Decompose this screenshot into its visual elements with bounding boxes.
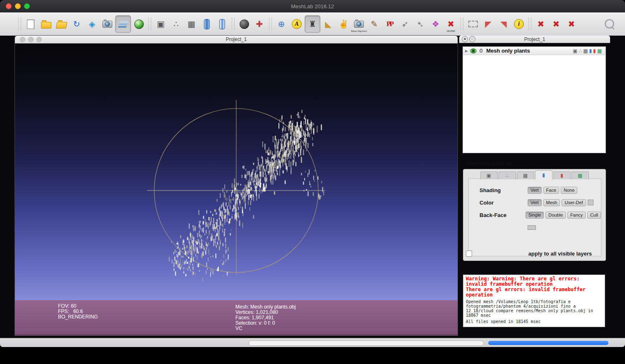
mesh-arrow-button-icon: ➴ bbox=[417, 20, 424, 28]
visibility-eye-icon[interactable] bbox=[470, 48, 477, 53]
backface-single-button[interactable]: Single bbox=[526, 212, 544, 219]
mesh-render-canvas[interactable] bbox=[15, 43, 458, 335]
layer-wire-icon[interactable]: ▦ bbox=[583, 48, 588, 53]
open-mesh-button[interactable] bbox=[54, 16, 69, 32]
render-params-panel: ▣∴▦▮▮▦ Shading VertFaceNone Color VertMe… bbox=[463, 169, 606, 261]
hand-pick-button-icon: ✌ bbox=[339, 20, 349, 28]
text-labels-button-icon: A bbox=[292, 19, 302, 29]
delete-raster-button[interactable]: ✖ bbox=[549, 16, 564, 32]
toolbar-separator bbox=[528, 18, 531, 30]
bbox-render-button[interactable]: ▣ bbox=[153, 16, 168, 32]
select-faces-button[interactable]: ◤ bbox=[481, 16, 496, 32]
open-project-button[interactable] bbox=[39, 16, 53, 32]
layer-smooth-icon[interactable]: ▮ bbox=[589, 48, 592, 53]
layer-points-icon[interactable]: ∴ bbox=[579, 48, 582, 53]
paint-tool-button[interactable]: ✎ bbox=[367, 16, 382, 32]
layers-dialog-button[interactable] bbox=[115, 15, 131, 33]
gl-viewport[interactable]: FOV: 60FPS: 60.6BO_RENDERING Mesh: Mesh … bbox=[15, 43, 458, 335]
backface-options: SingleDoubleFancyCull bbox=[526, 212, 601, 219]
align-spheres-button[interactable]: ❖ bbox=[428, 16, 443, 32]
mesh-arrow-button[interactable]: ➴ bbox=[413, 16, 428, 32]
log-panel[interactable]: Warning: Warning: There are gl errors: i… bbox=[463, 275, 605, 327]
backface-color-swatch[interactable] bbox=[528, 225, 536, 230]
tab-smooth[interactable]: ▮ bbox=[535, 170, 552, 179]
info-button[interactable]: i bbox=[511, 16, 526, 32]
backface-cull-button[interactable]: Cull bbox=[587, 212, 601, 219]
toolbar-separator bbox=[460, 18, 463, 30]
new-document-button[interactable] bbox=[23, 16, 38, 32]
backface-label: Back-Face bbox=[480, 212, 526, 218]
select-rect-button[interactable] bbox=[465, 16, 480, 32]
tab-points[interactable]: ∴ bbox=[499, 171, 516, 179]
axis-toggle-button[interactable]: ✚ bbox=[252, 16, 267, 32]
layer-flat-icon[interactable]: ▮ bbox=[593, 48, 596, 53]
select-rect-button-icon bbox=[468, 21, 478, 27]
snapshot-button[interactable] bbox=[100, 16, 115, 32]
viewport-header[interactable]: Project_1 bbox=[15, 36, 458, 43]
shading-row: Shading VertFaceNone bbox=[469, 184, 601, 196]
hud-text: Selection: v: 0 f: 0 bbox=[235, 321, 296, 326]
color-mesh-button[interactable]: Mesh bbox=[543, 199, 560, 206]
ortho-column-button-icon: ♜ bbox=[309, 20, 316, 28]
ortho-column-button[interactable]: ♜ bbox=[305, 15, 320, 33]
tab-flat[interactable]: ▮ bbox=[553, 171, 571, 179]
horizontal-scrollbar-thumb[interactable] bbox=[249, 340, 484, 346]
pick-points-button[interactable]: PP bbox=[382, 16, 397, 32]
texture-render-button[interactable] bbox=[237, 16, 252, 32]
text-labels-button[interactable]: A bbox=[289, 16, 304, 32]
hand-pick-button[interactable]: ✌ bbox=[336, 16, 351, 32]
raster-align-button[interactable]: Raster Alignment bbox=[351, 16, 366, 32]
select-vertices-button[interactable]: ◥ bbox=[496, 16, 511, 32]
user-color-swatch[interactable] bbox=[588, 200, 594, 205]
meshlab-window: MeshLab 2016.12 ↻◈▣∴▦✚⊕A♜◣✌Raster Alignm… bbox=[0, 0, 625, 347]
apply-all-checkbox[interactable] bbox=[466, 251, 472, 257]
layer-row-icons: ▣∴▦▮▮▦ bbox=[573, 48, 603, 53]
tab-texture[interactable]: ▦ bbox=[572, 171, 589, 179]
search-icon[interactable] bbox=[605, 19, 614, 29]
tab-wire[interactable]: ▦ bbox=[517, 171, 534, 179]
flatlines-render-button[interactable] bbox=[199, 16, 214, 32]
pick-points-button-icon: PP bbox=[387, 20, 393, 28]
shading-vert-button[interactable]: Vert bbox=[528, 187, 542, 194]
delete-mesh-button[interactable]: ✖ bbox=[533, 16, 548, 32]
viewport-title: Project_1 bbox=[15, 36, 458, 42]
toolbar-separator bbox=[148, 18, 151, 30]
workspace: Project_1 FOV: 60FPS: 60.6BO_RENDERING M… bbox=[0, 36, 625, 338]
expand-arrow-icon[interactable]: ▶ bbox=[465, 49, 468, 53]
tab-texture-icon: ▦ bbox=[578, 173, 582, 178]
reload-mesh-button[interactable]: ↻ bbox=[69, 16, 84, 32]
backface-double-button[interactable]: Double bbox=[545, 212, 566, 219]
tab-bbox[interactable]: ▣ bbox=[480, 171, 498, 179]
log-warning: Warning: Warning: There are gl errors: i… bbox=[466, 276, 594, 287]
measure-tool-button[interactable]: ◣ bbox=[321, 16, 336, 32]
trackball-toggle-button[interactable]: ⊕ bbox=[274, 16, 289, 32]
raster-align-button-caption: Raster Alignment bbox=[351, 30, 367, 32]
paint-tool-button-icon: ✎ bbox=[371, 20, 378, 28]
export-mesh-button-icon: ◈ bbox=[89, 20, 95, 28]
color-userdef-button[interactable]: User-Def bbox=[562, 199, 586, 206]
wireframe-render-button[interactable]: ▦ bbox=[184, 16, 199, 32]
tab-flat-icon: ▮ bbox=[560, 173, 563, 178]
layer-texture-icon[interactable]: ▦ bbox=[597, 48, 602, 53]
shading-face-button[interactable]: Face bbox=[543, 187, 559, 194]
toolbar-separator bbox=[269, 18, 272, 30]
shading-none-button[interactable]: None bbox=[561, 187, 577, 194]
params-content: Shading VertFaceNone Color VertMeshUser-… bbox=[468, 178, 601, 256]
export-mesh-button[interactable]: ◈ bbox=[85, 16, 99, 32]
point-arrows-button[interactable]: ➶ bbox=[397, 16, 412, 32]
points-render-button[interactable]: ∴ bbox=[169, 16, 184, 32]
layer-row[interactable]: ▶ 0 Mesh only plants ▣∴▦▮▮▦ bbox=[463, 47, 606, 55]
color-vert-button[interactable]: Vert bbox=[528, 199, 542, 206]
backface-fancy-button[interactable]: Fancy bbox=[567, 212, 586, 219]
georef-button[interactable]: ✖GEOREF bbox=[443, 16, 458, 32]
raster-globe-button[interactable] bbox=[131, 16, 146, 32]
smooth-render-button[interactable] bbox=[215, 16, 230, 32]
hud-text: BO_RENDERING bbox=[58, 314, 98, 320]
layer-panel-header[interactable]: ✖ □ Project_1 bbox=[459, 36, 610, 43]
panel-scrollbar-thumb[interactable] bbox=[488, 341, 608, 345]
point-arrows-button-icon: ➶ bbox=[402, 20, 409, 28]
log-message: All files opened in 18145 msec bbox=[466, 319, 598, 324]
delete-all-button[interactable]: ✖ bbox=[564, 16, 579, 32]
layer-panel-title: Project_1 bbox=[459, 36, 610, 42]
layer-bbox-icon[interactable]: ▣ bbox=[573, 48, 577, 53]
